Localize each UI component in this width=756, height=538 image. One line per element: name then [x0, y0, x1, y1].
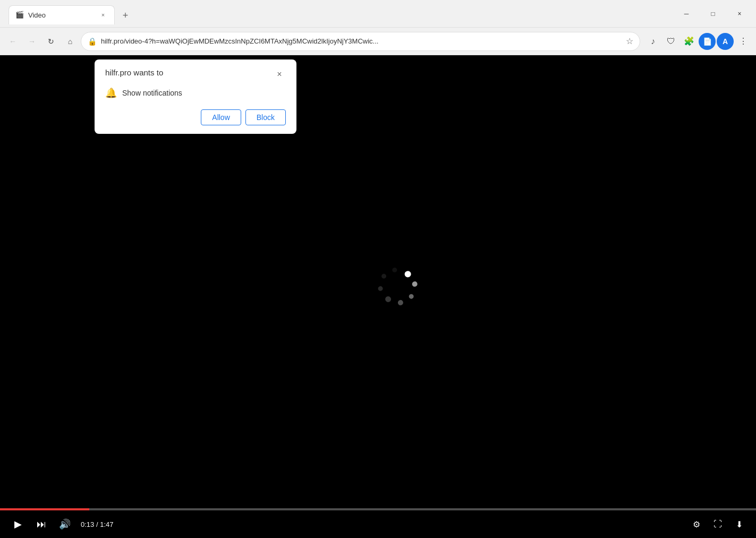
- extensions-icon[interactable]: 🧩: [681, 33, 698, 50]
- popup-close-button[interactable]: ×: [273, 68, 286, 81]
- back-button[interactable]: ←: [4, 33, 21, 50]
- svg-point-4: [389, 293, 397, 301]
- svg-point-1: [419, 285, 426, 293]
- toolbar-icons: ♪ 🛡 🧩 📄 A ⋮: [644, 33, 752, 50]
- svg-point-2: [413, 296, 420, 303]
- settings-button[interactable]: ⚙: [688, 516, 705, 533]
- lock-icon: 🔒: [88, 37, 97, 46]
- reload-button[interactable]: ↻: [43, 33, 60, 50]
- svg-point-0: [414, 273, 423, 282]
- bookmark-star-icon[interactable]: ☆: [626, 36, 633, 46]
- spinner-svg: [375, 258, 434, 317]
- browser-tab[interactable]: 🎬 Video ×: [9, 5, 115, 24]
- new-tab-button[interactable]: +: [117, 7, 134, 24]
- time-current: 0:13: [81, 520, 94, 528]
- popup-notification-row: 🔔 Show notifications: [105, 87, 286, 99]
- popup-header: hilfr.pro wants to ×: [105, 68, 286, 81]
- tab-favicon: 🎬: [15, 11, 24, 19]
- forward-button[interactable]: →: [23, 33, 40, 50]
- more-menu-button[interactable]: ⋮: [735, 33, 752, 50]
- progress-bar[interactable]: [0, 508, 756, 510]
- minimize-button[interactable]: ─: [674, 5, 699, 22]
- title-bar: 🎬 Video × + ─ □ ×: [0, 0, 756, 28]
- play-button[interactable]: ▶: [9, 515, 28, 534]
- browser-window: 🎬 Video × + ─ □ × ← → ↻ ⌂ 🔒 hilfr.pro/vi…: [0, 0, 756, 538]
- notification-popup: hilfr.pro wants to × 🔔 Show notification…: [95, 59, 296, 134]
- address-bar: ← → ↻ ⌂ 🔒 hilfr.pro/video-4?h=waWQiOjEwM…: [0, 28, 756, 55]
- popup-title: hilfr.pro wants to: [105, 68, 163, 77]
- popup-buttons: Allow Block: [105, 109, 286, 125]
- progress-fill: [0, 508, 89, 510]
- video-page: hilfr.pro wants to × 🔔 Show notification…: [0, 55, 756, 538]
- privacy-icon[interactable]: 🛡: [662, 33, 679, 50]
- url-text: hilfr.pro/video-4?h=waWQiOjEwMDEwMzcsInN…: [101, 37, 622, 45]
- svg-point-7: [403, 267, 410, 274]
- video-controls: ▶ ⏭ 🔊 0:13 / 1:47 ⚙ ⛶ ⬇: [0, 504, 756, 538]
- docs-icon[interactable]: 📄: [699, 33, 716, 50]
- window-controls: ─ □ ×: [674, 5, 752, 22]
- svg-point-5: [385, 281, 392, 288]
- allow-button[interactable]: Allow: [201, 109, 241, 125]
- next-button[interactable]: ⏭: [32, 515, 51, 534]
- music-icon[interactable]: ♪: [644, 33, 661, 50]
- tab-title: Video: [28, 11, 94, 19]
- download-button[interactable]: ⬇: [730, 516, 747, 533]
- volume-button[interactable]: 🔊: [55, 515, 74, 534]
- loading-spinner: [357, 275, 400, 319]
- block-button[interactable]: Block: [245, 109, 286, 125]
- svg-point-6: [392, 270, 398, 277]
- tab-close-button[interactable]: ×: [98, 10, 108, 20]
- tab-bar: 🎬 Video × +: [4, 3, 674, 24]
- svg-point-3: [400, 300, 407, 307]
- notification-label: Show notifications: [122, 89, 182, 97]
- maximize-button[interactable]: □: [701, 5, 725, 22]
- url-bar[interactable]: 🔒 hilfr.pro/video-4?h=waWQiOjEwMDEwMzcsI…: [81, 32, 640, 51]
- time-total: 1:47: [100, 520, 113, 528]
- time-display: 0:13 / 1:47: [81, 520, 113, 528]
- close-button[interactable]: ×: [727, 5, 752, 22]
- controls-row: ▶ ⏭ 🔊 0:13 / 1:47 ⚙ ⛶ ⬇: [0, 510, 756, 538]
- bell-icon: 🔔: [105, 87, 117, 99]
- profile-avatar[interactable]: A: [717, 33, 734, 50]
- fullscreen-button[interactable]: ⛶: [709, 516, 726, 533]
- home-button[interactable]: ⌂: [62, 33, 79, 50]
